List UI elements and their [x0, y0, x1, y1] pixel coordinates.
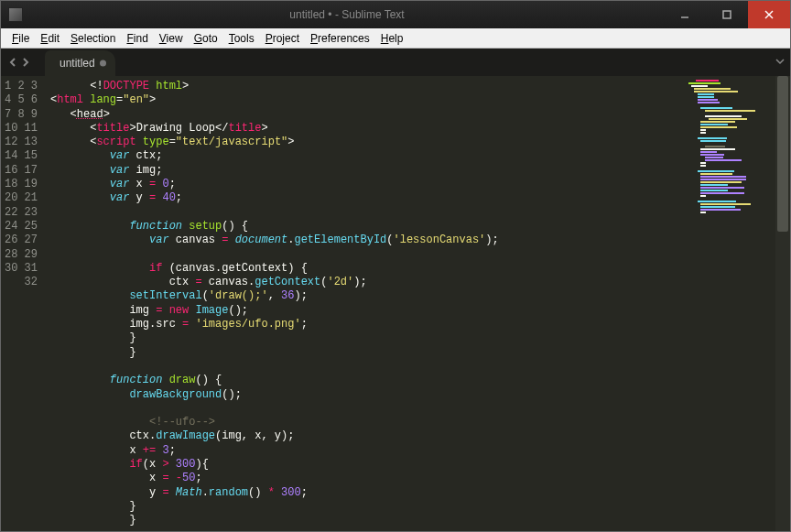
tab-untitled[interactable]: untitled: [45, 50, 115, 76]
gutter: 1 2 3 4 5 6 7 8 9 10 11 12 13 14 15 16 1…: [1, 76, 47, 531]
menu-help[interactable]: Help: [381, 32, 404, 45]
menu-project[interactable]: Project: [265, 32, 299, 45]
menu-bar: FileEditSelectionFindViewGotoToolsProjec…: [1, 28, 790, 49]
editor-area: 1 2 3 4 5 6 7 8 9 10 11 12 13 14 15 16 1…: [1, 76, 790, 531]
minimap[interactable]: [684, 76, 775, 531]
svg-rect-1: [723, 11, 731, 18]
scrollbar-thumb[interactable]: [777, 76, 788, 232]
menu-file[interactable]: File: [12, 32, 29, 45]
tab-overflow-button[interactable]: [775, 56, 785, 69]
chevron-down-icon: [775, 57, 785, 66]
maximize-button[interactable]: [706, 1, 748, 28]
window-controls: [664, 1, 790, 28]
menu-edit[interactable]: Edit: [40, 32, 60, 45]
menu-goto[interactable]: Goto: [194, 32, 218, 45]
menu-preferences[interactable]: Preferences: [310, 32, 370, 45]
dirty-indicator-icon: [100, 60, 106, 67]
menu-view[interactable]: View: [159, 32, 183, 45]
title-bar: untitled • - Sublime Text: [1, 1, 790, 28]
app-icon: [8, 7, 23, 22]
close-button[interactable]: [748, 1, 790, 28]
window-title: untitled • - Sublime Text: [30, 8, 664, 21]
code-editor[interactable]: <!DOCTYPE html><html lang="en"> <head> <…: [47, 76, 684, 531]
vertical-scrollbar[interactable]: [775, 76, 790, 531]
nav-forward-icon[interactable]: [21, 58, 30, 67]
menu-selection[interactable]: Selection: [70, 32, 115, 45]
menu-tools[interactable]: Tools: [229, 32, 255, 45]
tab-label: untitled: [60, 57, 95, 70]
minimize-button[interactable]: [664, 1, 706, 28]
tab-bar: untitled: [1, 49, 790, 76]
nav-back-icon[interactable]: [8, 58, 17, 67]
menu-find[interactable]: Find: [126, 32, 147, 45]
nav-arrows: [1, 49, 38, 76]
